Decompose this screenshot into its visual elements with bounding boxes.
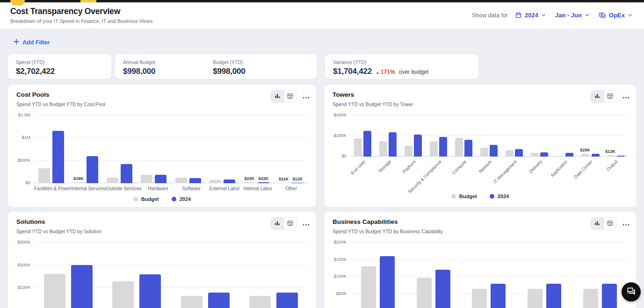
x-axis-labels: Facilities & PowerInternal ServicesOutsi…: [34, 186, 308, 191]
month-range-filter-dropdown[interactable]: Jan - Jun: [555, 12, 590, 19]
bar-budget[interactable]: [278, 183, 289, 183]
bar-2024[interactable]: [515, 149, 523, 157]
bar-budget[interactable]: [531, 153, 539, 157]
bar-budget[interactable]: [38, 168, 50, 183]
bar-budget[interactable]: [141, 175, 152, 183]
bar-2024[interactable]: [155, 175, 166, 183]
bar-budget[interactable]: [181, 296, 203, 308]
bar-budget[interactable]: [249, 296, 271, 308]
chart-legend: Budget2024: [15, 196, 309, 202]
more-options-button[interactable]: [622, 220, 630, 227]
bar-2024[interactable]: [363, 131, 371, 157]
bar-budget[interactable]: [472, 289, 487, 308]
add-filter-button[interactable]: Add Filter: [14, 39, 50, 46]
bar-budget[interactable]: [379, 141, 387, 157]
x-axis-label: Output: [606, 159, 619, 172]
bar-view-button[interactable]: [591, 218, 603, 229]
bar-budget[interactable]: [455, 138, 463, 157]
yellow-accent-dash: [80, 0, 96, 2]
bar-budget[interactable]: [506, 150, 514, 157]
year-filter-dropdown[interactable]: 2024: [515, 12, 546, 19]
x-axis-label: Platform: [402, 159, 417, 174]
table-view-button[interactable]: [283, 218, 296, 229]
solutions-chart: $0$100K$200K$300K: [8, 243, 316, 308]
bar-2024[interactable]: [292, 183, 304, 183]
bar-2024[interactable]: [389, 132, 397, 157]
bar-view-button[interactable]: [591, 91, 603, 102]
bar-2024[interactable]: [602, 284, 617, 308]
bar-budget[interactable]: [430, 141, 438, 157]
bar-2024[interactable]: [258, 182, 269, 183]
bar-view-button[interactable]: [271, 218, 283, 229]
bar-2024[interactable]: [592, 154, 600, 157]
ellipsis-icon: [622, 220, 630, 227]
bar-2024[interactable]: [490, 145, 498, 157]
bar-2024[interactable]: [71, 265, 93, 308]
table-view-button[interactable]: [603, 91, 616, 102]
bar-group: [477, 145, 502, 157]
bar-group: [517, 284, 572, 308]
legend-swatch: [133, 197, 138, 201]
x-axis-label: Storage: [377, 159, 391, 173]
variance-delta: ▲171%: [376, 69, 395, 75]
bar-budget[interactable]: [607, 155, 615, 157]
bar-budget[interactable]: [354, 138, 362, 157]
bar-group: $16K: [68, 156, 102, 183]
panel-solutions: Solutions Spend YTD vs Budget YTD by Sol…: [7, 211, 317, 308]
bar-budget[interactable]: [583, 289, 598, 308]
more-options-button[interactable]: [303, 93, 310, 100]
bar-2024[interactable]: [139, 274, 161, 308]
bar-group: [552, 153, 577, 157]
bar-2024[interactable]: [617, 156, 625, 157]
x-axis-label: Facilities & Power: [34, 186, 71, 191]
bars-row: $16K$22K$22K$11K$12K: [34, 115, 308, 183]
more-options-button[interactable]: [622, 93, 630, 100]
cost-type-filter-dropdown[interactable]: OpEx: [599, 12, 633, 19]
legend-item-budget[interactable]: Budget: [451, 193, 477, 199]
bar-2024[interactable]: [414, 135, 422, 157]
bar-2024[interactable]: [208, 293, 230, 308]
bar-budget[interactable]: [528, 289, 543, 308]
bar-budget[interactable]: [361, 266, 376, 308]
bar-2024[interactable]: [276, 293, 298, 308]
legend-item-2024[interactable]: 2024: [172, 196, 191, 202]
bar-2024[interactable]: [565, 153, 573, 157]
bar-group: $12K: [602, 149, 628, 157]
bar-value-label: $12K: [605, 149, 615, 154]
bar-2024[interactable]: [491, 284, 506, 308]
bar-budget[interactable]: [405, 146, 412, 157]
chat-button[interactable]: [622, 282, 641, 301]
kpi-value: $2,702,422: [16, 67, 103, 76]
bar-2024[interactable]: [435, 270, 450, 308]
bar-2024[interactable]: [546, 284, 561, 308]
bar-2024[interactable]: [439, 137, 447, 157]
bar-budget[interactable]: [244, 182, 255, 183]
bar-budget[interactable]: [44, 274, 65, 308]
main-content: Add Filter Spend (YTD) $2,702,422 Annual…: [0, 29, 644, 308]
bar-2024[interactable]: [540, 152, 548, 157]
bar-2024[interactable]: [52, 131, 64, 183]
bar-2024[interactable]: [380, 256, 395, 308]
bar-budget[interactable]: [581, 154, 589, 157]
legend-item-budget[interactable]: Budget: [133, 196, 159, 202]
bar-2024[interactable]: [189, 178, 201, 183]
legend-item-2024[interactable]: 2024: [490, 193, 509, 199]
bar-2024[interactable]: [224, 179, 235, 183]
y-axis-tick: $200K: [15, 262, 30, 267]
bar-budget[interactable]: [175, 178, 187, 183]
bar-view-button[interactable]: [271, 91, 283, 102]
table-view-button[interactable]: [603, 218, 616, 229]
bar-budget[interactable]: [107, 178, 118, 183]
more-options-button[interactable]: [303, 220, 310, 227]
bar-2024[interactable]: [87, 156, 98, 183]
bar-2024[interactable]: [121, 164, 132, 183]
table-view-button[interactable]: [283, 91, 296, 102]
legend-swatch: [490, 194, 494, 199]
bar-value-label: $11K: [279, 177, 289, 181]
bar-budget[interactable]: [210, 180, 221, 183]
bar-2024[interactable]: [464, 140, 472, 157]
bar-budget[interactable]: [480, 148, 488, 157]
bar-budget[interactable]: [112, 281, 134, 308]
bar-budget[interactable]: [72, 182, 84, 183]
bar-budget[interactable]: [417, 278, 432, 308]
